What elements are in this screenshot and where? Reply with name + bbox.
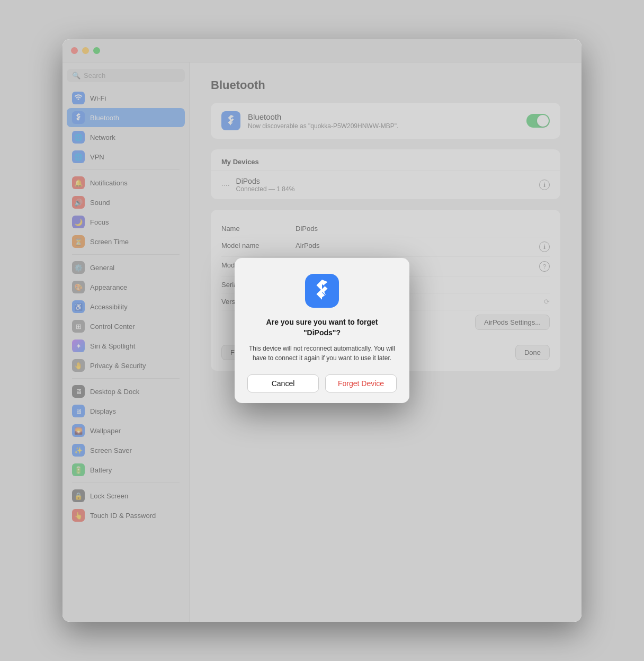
forget-dialog: Are you sure you want to forget "DiPods"… [235, 258, 409, 403]
dialog-forget-button[interactable]: Forget Device [325, 374, 397, 392]
modal-overlay: Are you sure you want to forget "DiPods"… [62, 39, 582, 622]
main-window: 🔍 Search Wi-Fi Bluetooth 🌐 Network [62, 39, 582, 622]
dialog-cancel-button[interactable]: Cancel [247, 374, 319, 392]
dialog-message: This device will not reconnect automatic… [247, 344, 397, 363]
dialog-title: Are you sure you want to forget "DiPods"… [247, 317, 397, 338]
dialog-buttons: Cancel Forget Device [247, 374, 397, 392]
dialog-bluetooth-icon [305, 274, 339, 308]
